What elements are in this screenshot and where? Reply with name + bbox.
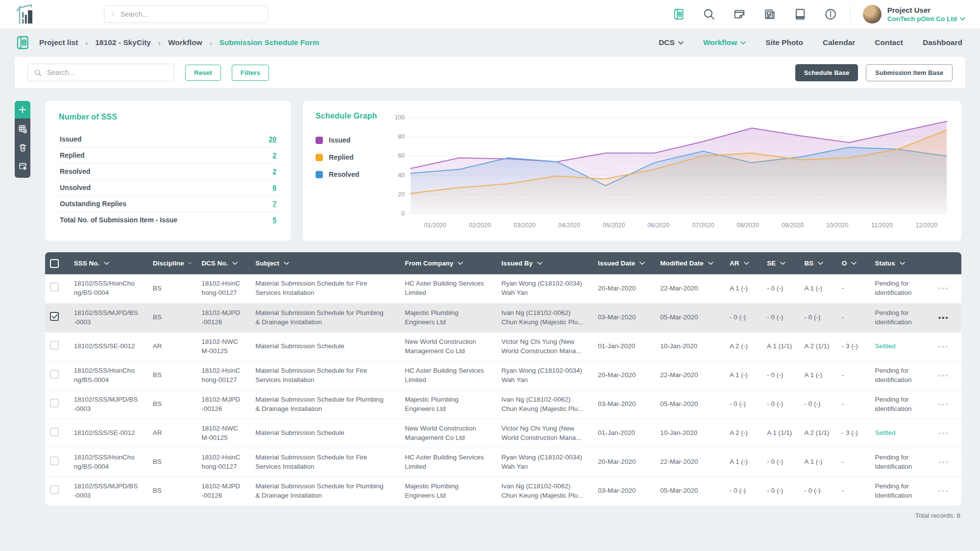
filters-button[interactable]: Filters [232, 65, 270, 81]
cell-from_company: Majestic PlumbingEngineers Ltd [400, 477, 496, 505]
book-icon-button[interactable] [794, 8, 807, 21]
cell-subject: Material Submission Schedule for Plumbin… [250, 477, 400, 505]
card-key-icon-button[interactable] [733, 8, 746, 21]
submission-item-base-button[interactable]: Submission Item Base [866, 64, 953, 81]
table-row[interactable]: 18102/SSS/MJPD/BS-0003BS18102-MJPD-00126… [45, 303, 961, 332]
row-actions-menu-icon[interactable]: ••• [938, 284, 949, 292]
col-header-sss_no[interactable]: SSS No. [69, 252, 148, 274]
column-label: AR [730, 260, 739, 267]
global-search-input[interactable] [121, 10, 262, 18]
add-button[interactable] [15, 101, 30, 119]
col-header-from_company[interactable]: From Company [400, 252, 496, 274]
row-actions-menu-icon[interactable]: ••• [938, 429, 949, 437]
row-actions-menu-icon[interactable]: ••• [938, 313, 949, 322]
stat-value-issued[interactable]: 20 [269, 135, 276, 143]
row-actions-menu-icon[interactable]: ••• [938, 487, 949, 495]
x-tick-label: 11/2020 [871, 222, 893, 229]
cell-checkbox[interactable] [45, 332, 69, 361]
row-checkbox[interactable] [50, 341, 59, 350]
breadcrumb-workflow[interactable]: Workflow [168, 38, 202, 47]
stat-value-total-submission-item[interactable]: 5 [272, 216, 276, 224]
cell-se: - 0 (-) [762, 303, 799, 332]
table-row[interactable]: 18102/SSS/MJPD/BS-0003BS18102-MJPD-00126… [45, 477, 961, 505]
stat-value-outstanding-replies[interactable]: 7 [272, 200, 276, 208]
col-header-o[interactable]: O [837, 252, 870, 274]
cell-actions[interactable]: ••• [933, 303, 961, 332]
nav-site-photo[interactable]: Site Photo [765, 38, 803, 47]
cell-checkbox[interactable] [45, 419, 69, 448]
app-logo[interactable] [15, 3, 37, 25]
cell-actions[interactable]: ••• [933, 477, 961, 505]
col-header-subject[interactable]: Subject [250, 252, 400, 274]
table-row[interactable]: 18102/SSS/SE-0012AR18102-NWCM-00125Mater… [45, 332, 961, 361]
col-header-issued_date[interactable]: Issued Date [593, 252, 655, 274]
col-header-se[interactable]: SE [762, 252, 799, 274]
user-company[interactable]: ConTech pOint Co Ltd [887, 15, 965, 23]
stat-value-replied[interactable]: 2 [272, 151, 276, 159]
nav-contact[interactable]: Contact [875, 38, 903, 47]
x-tick-label: 10/2020 [826, 222, 848, 229]
cell-checkbox[interactable] [45, 274, 69, 303]
breadcrumb-project-list[interactable]: Project list [39, 38, 78, 47]
cell-actions[interactable]: ••• [933, 361, 961, 390]
row-checkbox[interactable] [50, 312, 59, 321]
col-header-status[interactable]: Status [870, 252, 933, 274]
schedule-base-button[interactable]: Schedule Base [795, 64, 858, 81]
stat-value-unsolved[interactable]: 6 [272, 184, 276, 192]
row-actions-menu-icon[interactable]: ••• [938, 342, 949, 351]
table-row[interactable]: 18102/SSS/SE-0012AR18102-NWCM-00125Mater… [45, 419, 961, 448]
cell-checkbox[interactable] [45, 303, 69, 332]
user-menu[interactable]: Project User ConTech pOint Co Ltd [863, 5, 965, 24]
cell-issued_date: 20-Mar-2020 [593, 274, 655, 303]
cell-checkbox[interactable] [45, 361, 69, 390]
reset-button[interactable]: Reset [185, 65, 221, 81]
table-settings-button[interactable] [18, 162, 27, 171]
row-checkbox[interactable] [50, 283, 59, 291]
select-all-checkbox[interactable] [50, 259, 59, 268]
col-header-issued_by[interactable]: Issued By [496, 252, 593, 274]
col-header-ar[interactable]: AR [725, 252, 762, 274]
legend-item-issued[interactable]: Issued [316, 136, 390, 144]
row-checkbox[interactable] [50, 399, 59, 407]
news-icon-button[interactable] [763, 8, 776, 21]
stat-value-resolved[interactable]: 2 [272, 168, 276, 175]
col-header-bs[interactable]: BS [800, 252, 837, 274]
row-checkbox[interactable] [50, 456, 59, 465]
legend-item-resolved[interactable]: Resolved [316, 170, 390, 178]
export-table-button[interactable] [18, 124, 27, 134]
x-tick-label: 08/2020 [737, 222, 759, 229]
info-icon-button[interactable] [824, 8, 837, 21]
blueprint-icon-button[interactable] [672, 8, 685, 21]
col-header-select-all[interactable] [45, 252, 69, 274]
row-checkbox[interactable] [50, 428, 59, 436]
table-row[interactable]: 18102/SSS/HsinChong/BS-0004BS18102-HsinC… [45, 361, 961, 390]
nav-dashboard[interactable]: Dashboard [923, 38, 962, 47]
row-checkbox[interactable] [50, 370, 59, 379]
cell-actions[interactable]: ••• [933, 448, 961, 477]
cell-checkbox[interactable] [45, 477, 69, 505]
delete-button[interactable] [18, 143, 27, 152]
nav-calendar[interactable]: Calendar [823, 38, 855, 47]
table-search-input[interactable] [47, 69, 168, 76]
col-header-dcs_no[interactable]: DCS No. [196, 252, 250, 274]
row-actions-menu-icon[interactable]: ••• [938, 400, 949, 408]
col-header-modified_date[interactable]: Modified Date [655, 252, 725, 274]
cell-actions[interactable]: ••• [933, 390, 961, 419]
col-header-discipline[interactable]: Discipline [148, 252, 197, 274]
table-row[interactable]: 18102/SSS/HsinChong/BS-0004BS18102-HsinC… [45, 274, 961, 303]
legend-item-replied[interactable]: Replied [316, 153, 390, 161]
cell-checkbox[interactable] [45, 448, 69, 477]
nav-workflow[interactable]: Workflow [703, 38, 746, 47]
cell-actions[interactable]: ••• [933, 419, 961, 448]
table-row[interactable]: 18102/SSS/MJPD/BS-0003BS18102-MJPD-00126… [45, 390, 961, 419]
row-actions-menu-icon[interactable]: ••• [938, 371, 949, 380]
cell-checkbox[interactable] [45, 390, 69, 419]
table-row[interactable]: 18102/SSS/HsinChong/BS-0004BS18102-HsinC… [45, 448, 961, 477]
cell-actions[interactable]: ••• [933, 274, 961, 303]
search-icon-button[interactable] [703, 8, 715, 21]
row-checkbox[interactable] [50, 485, 59, 494]
row-actions-menu-icon[interactable]: ••• [938, 458, 949, 466]
nav-dcs[interactable]: DCS [659, 38, 684, 47]
cell-actions[interactable]: ••• [933, 332, 961, 361]
breadcrumb-project[interactable]: 18102 - SkyCity [95, 38, 151, 47]
